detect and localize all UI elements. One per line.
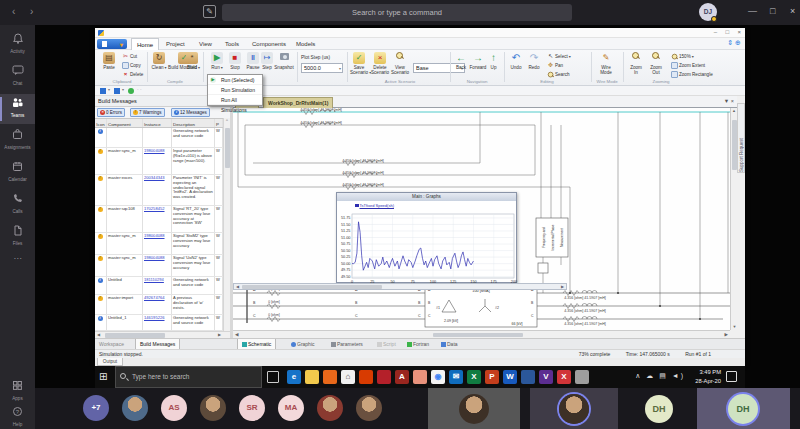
taskbar-app-icon[interactable] xyxy=(359,370,373,384)
instance-link[interactable]: 200344343 xyxy=(144,175,165,180)
build-message-row[interactable]: !master:sqc108170258452Signal 'RT_20' ty… xyxy=(95,206,230,233)
instance-link[interactable]: 198004088 xyxy=(144,233,165,238)
sidebar-item-teams[interactable]: Teams xyxy=(0,94,35,124)
paste-button[interactable]: ▤Paste xyxy=(98,52,120,70)
system-tray[interactable]: ∧ ☁ ▤ ◄) xyxy=(635,372,685,380)
save-icon[interactable] xyxy=(114,88,120,94)
zoom-percent-select[interactable]: 150% xyxy=(671,53,694,61)
taskbar-app-icon[interactable]: ⌂ xyxy=(341,370,355,384)
minimize-button[interactable]: — xyxy=(748,6,757,16)
build-message-row[interactable]: iUntitled181110294Generating network and… xyxy=(95,277,230,295)
sidebar-item-help[interactable]: ? Help xyxy=(0,403,35,429)
pscad-minimize-button[interactable]: – xyxy=(714,29,717,35)
taskbar-app-icon[interactable]: e xyxy=(287,370,301,384)
select-button[interactable]: ↖Select xyxy=(547,53,571,61)
start-button[interactable]: ⊞ xyxy=(99,371,107,382)
teams-search-input[interactable]: Search or type a command xyxy=(222,4,572,21)
redo-button[interactable]: ↷Redo xyxy=(525,52,543,70)
task-view-button[interactable] xyxy=(267,371,279,383)
tab-project[interactable]: Project xyxy=(161,38,190,50)
dropdown-icon[interactable]: ▾ xyxy=(122,87,124,92)
video-tile[interactable]: DH xyxy=(697,388,790,429)
warnings-filter-button[interactable]: !7 Warnings xyxy=(130,108,165,117)
menu-item-run-simulation[interactable]: Run Simulation xyxy=(208,85,262,95)
schematic-canvas[interactable]: 4.356 [ohm] 41.5907 [mH] 4.356 [ohm] 41.… xyxy=(233,108,730,330)
taskbar-app-icon[interactable]: W xyxy=(503,370,517,384)
build-message-row[interactable]: !master:sync_m198004088Input parameter (… xyxy=(95,148,230,175)
video-tile[interactable] xyxy=(530,388,618,429)
wire-mode-button[interactable]: ✎WireMode xyxy=(595,52,617,75)
col-icon[interactable]: Icon xyxy=(95,119,107,127)
sidebar-item-files[interactable]: Files xyxy=(0,222,35,252)
tab-tools[interactable]: Tools xyxy=(220,38,244,50)
output-tab[interactable]: Output xyxy=(97,358,123,366)
sidebar-item-assignments[interactable]: Assignments xyxy=(0,126,35,156)
clean-button[interactable]: ↻Clean xyxy=(150,52,168,70)
instance-link[interactable]: 198004088 xyxy=(144,148,165,153)
build-message-row[interactable]: iGenerating network and source codeW xyxy=(95,128,230,148)
tab-view[interactable]: View xyxy=(194,38,217,50)
taskbar-app-icon[interactable] xyxy=(413,370,427,384)
doc-tab-active[interactable]: WorkShop_DrRfstMain(1) xyxy=(263,97,333,108)
zoom-rectangle-button[interactable]: Zoom Rectangle xyxy=(671,71,713,79)
action-center-icon[interactable] xyxy=(726,371,737,382)
taskbar-app-icon[interactable] xyxy=(323,370,337,384)
build-message-row[interactable]: iUntitled_1146195226Generating network a… xyxy=(95,315,230,331)
build-button[interactable]: *Build xyxy=(183,52,201,70)
forward-icon[interactable]: › xyxy=(30,6,33,17)
cut-button[interactable]: ✂Cut xyxy=(122,53,137,61)
taskbar-app-icon[interactable] xyxy=(575,370,589,384)
taskbar-app-icon[interactable] xyxy=(521,370,535,384)
build-message-row[interactable]: !master:sync_m198004088Signal 'UoN2' typ… xyxy=(95,255,230,277)
plot-step-input[interactable]: 5000.0▾ xyxy=(301,63,343,73)
table-horizontal-scrollbar[interactable]: ◀▶ xyxy=(95,331,230,338)
taskbar-clock[interactable]: 3:49 PM28-Apr-20 xyxy=(695,368,721,385)
sidebar-more-icon[interactable]: ⋯ xyxy=(0,254,35,284)
graph-window-titlebar[interactable]: Main : Graphs xyxy=(337,193,516,201)
delete-button[interactable]: ×Delete xyxy=(122,71,143,79)
copy-button[interactable]: Copy xyxy=(122,62,141,70)
participant-avatar[interactable]: DH xyxy=(645,395,673,423)
menu-item-run-all[interactable]: Run All Simulations xyxy=(208,95,262,105)
taskbar-search-input[interactable]: Type here to search xyxy=(115,366,262,388)
instance-link[interactable]: 198004088 xyxy=(144,255,165,260)
canvas-vertical-scrollbar[interactable]: ▲▼ xyxy=(730,108,737,330)
pscad-maximize-button[interactable]: □ xyxy=(725,29,729,35)
graph-scrollbar[interactable]: ◀▶ xyxy=(233,283,567,290)
delete-scenario-button[interactable]: ×DeleteScenario xyxy=(371,52,389,75)
taskbar-app-icon[interactable] xyxy=(305,370,319,384)
build-message-row[interactable]: !master:exces200344343Parameter 'INIT' i… xyxy=(95,175,230,206)
canvas-horizontal-scrollbar[interactable]: ◀▶ xyxy=(233,330,730,338)
participant-avatar[interactable]: +7 xyxy=(83,395,109,421)
search-button[interactable]: Search xyxy=(547,71,570,79)
sidebar-item-calls[interactable]: Calls xyxy=(0,190,35,220)
user-avatar[interactable]: DJ xyxy=(699,3,717,21)
instance-link[interactable]: 170258452 xyxy=(144,206,165,211)
stop-button[interactable]: ■Stop xyxy=(226,52,244,70)
build-message-row[interactable]: !master:import492674764A previous declar… xyxy=(95,295,230,315)
application-menu-button[interactable]: ▾ xyxy=(97,39,127,49)
taskbar-app-icon[interactable]: A xyxy=(395,370,409,384)
compose-icon[interactable]: ✎ xyxy=(203,5,216,18)
col-p[interactable]: P xyxy=(215,119,223,127)
col-instance[interactable]: Instance xyxy=(143,119,172,127)
messages-filter-button[interactable]: i12 Messages xyxy=(171,108,210,117)
zoom-extent-button[interactable]: Zoom Extent xyxy=(671,62,705,70)
participant-avatar[interactable]: SR xyxy=(239,395,265,421)
zoom-out-button[interactable]: ZoomOut xyxy=(647,52,665,75)
sidebar-item-chat[interactable]: Chat xyxy=(0,62,35,92)
view-scenario-button[interactable]: ViewScenario xyxy=(391,52,409,75)
sidebar-item-calendar[interactable]: Calendar xyxy=(0,158,35,188)
snapshot-button[interactable]: Snapshot xyxy=(272,52,296,70)
undo-button[interactable]: ↶Undo xyxy=(507,52,525,70)
taskbar-app-icon[interactable]: ✉ xyxy=(449,370,463,384)
video-tile[interactable] xyxy=(428,388,520,429)
dropdown-icon[interactable]: ▾ xyxy=(108,87,110,92)
zoom-in-button[interactable]: ZoomIn xyxy=(627,52,645,75)
instance-link[interactable]: 181110294 xyxy=(144,277,164,282)
col-description[interactable]: Description xyxy=(172,119,215,127)
back-nav-button[interactable]: ←Back xyxy=(453,52,469,70)
col-component[interactable]: Component xyxy=(107,119,143,127)
forward-nav-button[interactable]: →Forward xyxy=(469,52,487,70)
up-nav-button[interactable]: ↑Up xyxy=(487,52,500,70)
